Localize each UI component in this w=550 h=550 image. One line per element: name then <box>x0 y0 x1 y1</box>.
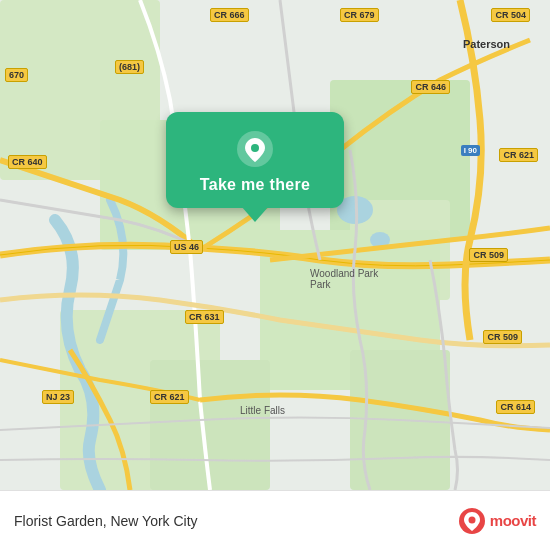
label-woodland-park: Woodland Park Park <box>310 268 378 290</box>
map-container: © OpenStreetMap contributors CR 666 CR 6… <box>0 0 550 490</box>
moovit-brand-icon <box>458 507 486 535</box>
label-cr509-mid: CR 509 <box>483 330 522 344</box>
take-me-there-label: Take me there <box>200 176 310 194</box>
label-little-falls: Little Falls <box>240 405 285 416</box>
label-cr504: CR 504 <box>491 8 530 22</box>
label-cr621-bot: CR 621 <box>150 390 189 404</box>
label-cr681: (681) <box>115 60 144 74</box>
take-me-there-popup[interactable]: Take me there <box>166 112 344 208</box>
label-cr670: 670 <box>5 68 28 82</box>
label-cr666: CR 666 <box>210 8 249 22</box>
bottom-bar: Florist Garden, New York City moovit <box>0 490 550 550</box>
label-paterson: Paterson <box>463 38 510 50</box>
label-cr621-top: CR 621 <box>499 148 538 162</box>
label-nj23: NJ 23 <box>42 390 74 404</box>
label-cr614: CR 614 <box>496 400 535 414</box>
moovit-logo: moovit <box>458 507 536 535</box>
label-cr679: CR 679 <box>340 8 379 22</box>
location-label: Florist Garden, New York City <box>14 513 198 529</box>
svg-point-12 <box>251 144 259 152</box>
label-i90: I 90 <box>461 145 480 156</box>
moovit-label: moovit <box>490 512 536 529</box>
label-cr509-top: CR 509 <box>469 248 508 262</box>
label-cr640: CR 640 <box>8 155 47 169</box>
location-pin-icon <box>236 130 274 168</box>
label-cr646: CR 646 <box>411 80 450 94</box>
svg-point-14 <box>468 516 475 523</box>
label-cr631: CR 631 <box>185 310 224 324</box>
svg-rect-7 <box>150 360 270 490</box>
label-us46: US 46 <box>170 240 203 254</box>
